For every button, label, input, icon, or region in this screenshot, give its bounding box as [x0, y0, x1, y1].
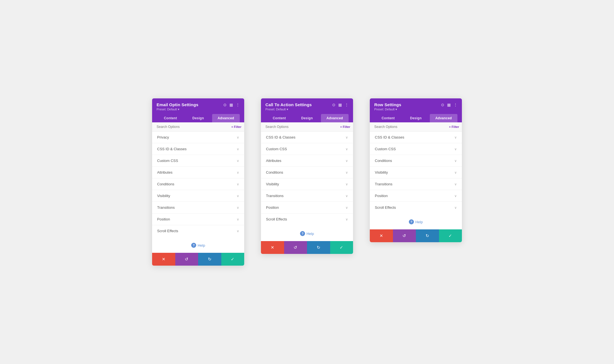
accordion-item-css-id-&-classes[interactable]: CSS ID & Classes∨ [261, 132, 353, 143]
redo-button[interactable]: ↻ [198, 253, 221, 266]
preset-label[interactable]: Preset: Default ▾ [374, 108, 457, 111]
accordion-item-privacy[interactable]: Privacy∨ [152, 132, 244, 143]
accordion-item-transitions[interactable]: Transitions∨ [370, 178, 462, 190]
chevron-down-icon: ∨ [237, 147, 239, 151]
help-icon: ? [409, 219, 414, 224]
accordion-item-scroll-effects[interactable]: Scroll Effects∨ [370, 202, 462, 213]
tab-design[interactable]: Design [293, 114, 321, 122]
chevron-down-icon: ∨ [346, 147, 348, 151]
accordion-item-transitions[interactable]: Transitions∨ [152, 202, 244, 213]
accordion-item-css-id-&-classes[interactable]: CSS ID & Classes∨ [370, 132, 462, 143]
filter-button[interactable]: + Filter [340, 125, 350, 128]
chevron-down-icon: ∨ [346, 159, 348, 163]
more-options-icon[interactable]: ⋮ [236, 103, 240, 107]
chevron-down-icon: ∨ [237, 206, 239, 210]
tab-design[interactable]: Design [184, 114, 212, 122]
tab-advanced[interactable]: Advanced [321, 114, 349, 122]
accordion-item-visibility[interactable]: Visibility∨ [261, 178, 353, 190]
tab-content[interactable]: Content [265, 114, 293, 122]
tab-content[interactable]: Content [374, 114, 402, 122]
tabs: ContentDesignAdvanced [265, 114, 349, 122]
accordion-item-position[interactable]: Position∨ [370, 190, 462, 202]
grid-icon[interactable]: ▦ [447, 103, 451, 107]
chevron-down-icon: ∨ [346, 171, 348, 174]
search-input[interactable] [155, 122, 231, 131]
accordion-item-scroll-effects[interactable]: Scroll Effects∨ [261, 213, 353, 225]
panel-header-icons: ⊙▦⋮ [441, 103, 457, 107]
accordion-item-conditions[interactable]: Conditions∨ [152, 178, 244, 190]
chevron-down-icon: ∨ [237, 171, 239, 174]
filter-button[interactable]: + Filter [449, 125, 459, 128]
help-row[interactable]: ?Help [370, 216, 462, 229]
help-row[interactable]: ?Help [152, 239, 244, 253]
accordion-item-custom-css[interactable]: Custom CSS∨ [261, 143, 353, 155]
cancel-button[interactable]: ✕ [152, 253, 175, 266]
target-icon[interactable]: ⊙ [223, 103, 227, 107]
accordion-item-position[interactable]: Position∨ [261, 202, 353, 213]
undo-button[interactable]: ↺ [284, 241, 307, 254]
page-wrapper: Email Optin Settings⊙▦⋮Preset: Default ▾… [152, 98, 462, 266]
search-input[interactable] [264, 122, 340, 131]
panel-footer: ✕↺↻✓ [261, 241, 353, 254]
panel-call-to-action: Call To Action Settings⊙▦⋮Preset: Defaul… [261, 98, 353, 254]
tab-advanced[interactable]: Advanced [430, 114, 457, 122]
chevron-down-icon: ∨ [237, 182, 239, 186]
chevron-down-icon: ∨ [454, 194, 457, 198]
accordion-item-attributes[interactable]: Attributes∨ [261, 155, 353, 167]
help-row[interactable]: ?Help [261, 228, 353, 241]
accordion-item-visibility[interactable]: Visibility∨ [152, 190, 244, 202]
help-label: Help [198, 243, 205, 247]
save-button[interactable]: ✓ [221, 253, 244, 266]
search-input[interactable] [373, 122, 449, 131]
accordion-scroll-area: CSS ID & Classes∨Custom CSS∨Attributes∨C… [261, 132, 353, 241]
accordion-label: CSS ID & Classes [266, 135, 295, 139]
accordion-item-custom-css[interactable]: Custom CSS∨ [370, 143, 462, 155]
preset-label[interactable]: Preset: Default ▾ [157, 108, 240, 111]
more-options-icon[interactable]: ⋮ [454, 103, 457, 107]
undo-button[interactable]: ↺ [175, 253, 198, 266]
accordion-label: CSS ID & Classes [157, 147, 186, 151]
accordion-label: Attributes [266, 159, 281, 163]
accordion-item-transitions[interactable]: Transitions∨ [261, 190, 353, 202]
filter-button[interactable]: + Filter [231, 125, 241, 128]
panel-header-top: Call To Action Settings⊙▦⋮ [265, 102, 349, 107]
panel-footer: ✕↺↻✓ [370, 229, 462, 242]
tab-content[interactable]: Content [157, 114, 184, 122]
help-icon: ? [191, 243, 196, 248]
accordion-item-position[interactable]: Position∨ [152, 213, 244, 225]
panel-body: + FilterCSS ID & Classes∨Custom CSS∨Cond… [370, 122, 462, 229]
redo-button[interactable]: ↻ [307, 241, 330, 254]
save-button[interactable]: ✓ [330, 241, 353, 254]
panel-header-top: Row Settings⊙▦⋮ [374, 102, 457, 107]
accordion-label: Scroll Effects [375, 205, 396, 210]
cancel-button[interactable]: ✕ [370, 229, 393, 242]
chevron-down-icon: ∨ [346, 194, 348, 198]
accordion-label: Privacy [157, 135, 169, 139]
accordion-item-visibility[interactable]: Visibility∨ [370, 167, 462, 178]
tab-advanced[interactable]: Advanced [212, 114, 240, 122]
accordion-label: Visibility [375, 170, 388, 174]
tab-design[interactable]: Design [402, 114, 430, 122]
target-icon[interactable]: ⊙ [332, 103, 335, 107]
accordion-list: CSS ID & Classes∨Custom CSS∨Conditions∨V… [370, 132, 462, 216]
chevron-down-icon: ∨ [454, 171, 457, 174]
accordion-item-css-id-&-classes[interactable]: CSS ID & Classes∨ [152, 143, 244, 155]
panel-header-top: Email Optin Settings⊙▦⋮ [157, 102, 240, 107]
accordion-item-scroll-effects[interactable]: Scroll Effects∨ [152, 225, 244, 237]
redo-button[interactable]: ↻ [416, 229, 439, 242]
accordion-item-attributes[interactable]: Attributes∨ [152, 167, 244, 178]
save-button[interactable]: ✓ [439, 229, 462, 242]
target-icon[interactable]: ⊙ [441, 103, 444, 107]
accordion-item-custom-css[interactable]: Custom CSS∨ [152, 155, 244, 167]
grid-icon[interactable]: ▦ [338, 103, 342, 107]
cancel-button[interactable]: ✕ [261, 241, 284, 254]
undo-button[interactable]: ↺ [393, 229, 416, 242]
accordion-item-conditions[interactable]: Conditions∨ [261, 167, 353, 178]
more-options-icon[interactable]: ⋮ [345, 103, 349, 107]
accordion-list: CSS ID & Classes∨Custom CSS∨Attributes∨C… [261, 132, 353, 228]
accordion-item-conditions[interactable]: Conditions∨ [370, 155, 462, 167]
preset-label[interactable]: Preset: Default ▾ [265, 108, 349, 111]
grid-icon[interactable]: ▦ [229, 103, 233, 107]
accordion-label: Custom CSS [266, 147, 287, 151]
panel-body: + FilterCSS ID & Classes∨Custom CSS∨Attr… [261, 122, 353, 241]
